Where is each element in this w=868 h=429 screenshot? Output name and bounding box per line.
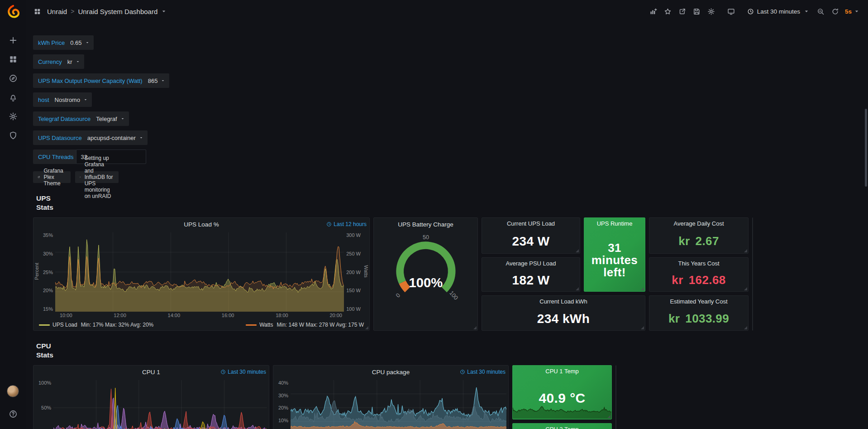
plus-icon <box>9 36 18 45</box>
panel-title[interactable]: Estimated Yearly Cost <box>670 298 727 307</box>
gear-icon <box>9 112 18 121</box>
panel-time-range-link[interactable]: Last 30 minutes <box>615 369 616 375</box>
tick-label: 10:00 <box>60 313 72 318</box>
series-stats: Min: 148 W Max: 278 W Avg: 175 W <box>277 322 364 328</box>
sidebar-item-alerting[interactable] <box>4 88 22 107</box>
refresh-button[interactable] <box>829 5 842 18</box>
panel-time-range-link[interactable]: Last 12 hours <box>326 221 367 227</box>
variable-ups-max-output: UPS Max Output Power Capacity (Watt) 865 <box>33 73 169 88</box>
tick-label: 150 W <box>346 288 361 293</box>
breadcrumb-separator: > <box>71 8 74 15</box>
page-scrollbar[interactable] <box>865 109 867 187</box>
refresh-interval-label: 5s <box>845 8 852 15</box>
y-axis-label: Watts <box>363 265 369 278</box>
sidebar-item-configuration[interactable] <box>4 107 22 126</box>
stat-value: 182 W <box>512 269 550 291</box>
variable-ups-datasource: UPS Datasource apcupsd-container <box>33 130 148 145</box>
cpu-package-chart[interactable] <box>291 380 506 429</box>
legend-series-watts[interactable]: Watts Min: 148 W Max: 278 W Avg: 175 W <box>246 322 364 328</box>
dashboard-link-plex-theme[interactable]: Grafana Plex Theme <box>33 171 71 183</box>
panel-estimated-yearly-cost: Estimated Yearly Cost kr1033.99 <box>649 295 749 331</box>
dashboard-settings-button[interactable] <box>705 5 718 18</box>
panel-title[interactable]: Average Daily Cost <box>673 220 724 229</box>
user-avatar[interactable] <box>7 385 19 397</box>
help-button[interactable] <box>4 405 22 424</box>
sidebar-nav <box>4 31 22 145</box>
panel-title[interactable]: UPS Load % <box>184 221 219 228</box>
variable-value-dropdown[interactable]: Nostromo <box>52 92 92 107</box>
navbar: Unraid > Unraid System Dashboard Last 30… <box>26 0 868 23</box>
panel-this-years-cost: This Years Cost kr162.68 <box>649 257 749 292</box>
chevron-down-icon[interactable] <box>161 8 167 14</box>
panel-title[interactable]: Average PSU Load <box>506 260 556 269</box>
panel-title[interactable]: Current UPS Load <box>507 220 555 229</box>
monitor-icon <box>727 8 735 15</box>
variable-value-dropdown[interactable]: 0.65 <box>67 35 93 50</box>
ups-load-chart[interactable] <box>55 232 344 312</box>
panel-title[interactable]: CPU 2 Temp <box>545 426 578 429</box>
panel-title[interactable]: UPS Load vs Time left <box>752 221 753 228</box>
gauge-tick-max: 100 <box>448 289 459 301</box>
tick-label: 250 W <box>346 251 361 256</box>
cpu1-chart[interactable] <box>53 380 267 429</box>
tick-label: 20:00 <box>329 313 342 318</box>
variable-label: Currency <box>33 54 64 69</box>
series-color <box>246 324 257 326</box>
zoom-out-time-button[interactable] <box>814 5 828 18</box>
breadcrumb-dashboard-title[interactable]: Unraid System Dashboard <box>78 8 157 15</box>
panel-time-range-link[interactable]: Last 30 minutes <box>460 369 506 375</box>
grafana-logo[interactable] <box>5 5 21 20</box>
dashboards-icon <box>9 55 18 64</box>
apps-grid-icon[interactable] <box>30 5 44 18</box>
section-title: CPU Stats <box>36 342 53 360</box>
variable-value-dropdown[interactable]: 865 <box>145 73 170 88</box>
variable-value-dropdown[interactable]: apcupsd-container <box>84 130 148 145</box>
panel-title[interactable]: CPU 1 <box>142 369 160 376</box>
share-dashboard-button[interactable] <box>676 5 689 18</box>
y-axis-left: 40%30%20%10%0% <box>276 380 291 429</box>
panel-title[interactable]: CPU package <box>372 369 410 376</box>
panel-cpu-1-temp: CPU 1 Temp 40.9 °C <box>512 365 612 419</box>
breadcrumb-folder[interactable]: Unraid <box>47 8 67 15</box>
x-axis: 10:0012:0014:0016:0018:0020:00 <box>33 312 369 319</box>
save-dashboard-button[interactable] <box>690 5 704 18</box>
panel-title[interactable]: CPU 2 <box>615 369 616 376</box>
panel-title[interactable]: This Years Cost <box>678 260 719 269</box>
time-range-picker[interactable]: Last 30 minutes <box>744 5 813 18</box>
variable-label: UPS Max Output Power Capacity (Watt) <box>33 73 145 88</box>
sidebar <box>0 0 26 429</box>
panel-title[interactable]: Current Load kWh <box>539 298 587 307</box>
stat-value: 31 minutes left! <box>584 229 645 291</box>
variable-value-dropdown[interactable]: kr <box>64 54 84 69</box>
variable-value-dropdown[interactable]: Telegraf <box>93 111 129 126</box>
sidebar-item-server-admin[interactable] <box>4 126 22 145</box>
panel-title[interactable]: UPS Battery Charge <box>398 221 453 228</box>
legend-series-ups-load[interactable]: UPS Load Min: 17% Max: 32% Avg: 20% <box>39 322 153 328</box>
tick-label: 35% <box>43 232 53 238</box>
y-axis-left: 35%30%25%20%15% <box>41 232 55 312</box>
chevron-down-icon <box>85 40 90 45</box>
clock-icon <box>747 8 754 15</box>
sidebar-item-explore[interactable] <box>4 69 22 88</box>
tick-label: 10% <box>278 418 288 423</box>
tick-label: 25% <box>43 270 53 275</box>
sidebar-item-dashboards[interactable] <box>4 50 22 69</box>
clock-icon <box>326 222 332 227</box>
panel-time-range-link[interactable]: Last 30 minutes <box>220 369 266 375</box>
star-dashboard-button[interactable] <box>661 5 675 18</box>
panel-ups-load-vs-time-left: UPS Load vs Time left 300 W250 W200 W150… <box>752 217 753 331</box>
stat-value: 234 kWh <box>537 307 590 330</box>
dashboard-link-ups-guide[interactable]: Setting up Grafana and InfluxDB for UPS … <box>75 171 119 183</box>
refresh-interval-picker[interactable]: 5s <box>843 5 862 18</box>
tick-label: 300 W <box>346 232 361 238</box>
chevron-down-icon <box>161 78 165 83</box>
add-panel-button[interactable] <box>647 5 660 18</box>
tick-label: 30% <box>278 393 288 398</box>
panel-title[interactable]: UPS Runtime <box>597 220 633 229</box>
tv-mode-button[interactable] <box>725 5 738 18</box>
variable-label: Telegraf Datasource <box>33 111 93 126</box>
series-color <box>39 324 50 326</box>
panel-title[interactable]: CPU 1 Temp <box>545 368 578 377</box>
clock-icon <box>220 369 226 375</box>
sidebar-item-create[interactable] <box>4 31 22 50</box>
